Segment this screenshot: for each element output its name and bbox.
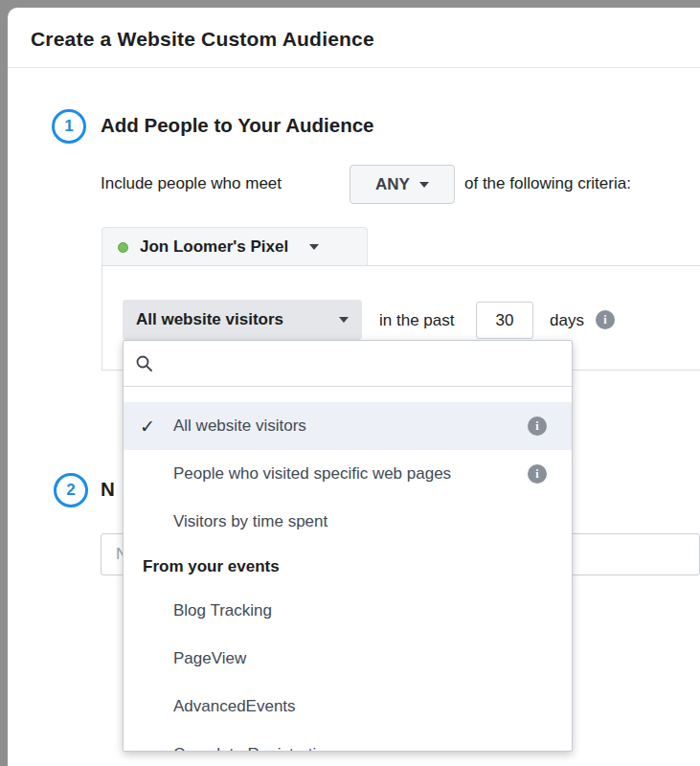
option-advancedevents[interactable]: AdvancedEvents xyxy=(124,683,572,731)
option-label: All website visitors xyxy=(173,417,306,436)
in-the-past-label: in the past xyxy=(379,311,454,330)
match-type-value: ANY xyxy=(375,175,410,194)
pixel-selector-button[interactable]: Jon Loomer's Pixel xyxy=(102,227,368,266)
event-type-dropdown-button[interactable]: All website visitors xyxy=(123,300,362,340)
option-label: PageView xyxy=(173,649,246,668)
dropdown-search-row xyxy=(124,341,572,387)
chevron-down-icon xyxy=(419,182,429,188)
check-icon: ✓ xyxy=(140,416,155,438)
dialog-title: Create a Website Custom Audience xyxy=(31,28,374,51)
option-pageview[interactable]: PageView xyxy=(124,635,572,683)
match-type-dropdown-button[interactable]: ANY xyxy=(350,165,455,204)
chevron-down-icon xyxy=(339,317,349,323)
option-label: Blog Tracking xyxy=(173,601,272,620)
step2-number-badge: 2 xyxy=(54,473,88,507)
step2-number: 2 xyxy=(66,481,75,500)
dropdown-option-list: ✓ All website visitors i People who visi… xyxy=(124,387,572,752)
retention-days-input[interactable] xyxy=(476,302,533,339)
retention-info-icon[interactable]: i xyxy=(596,310,615,329)
event-type-dropdown-menu: ✓ All website visitors i People who visi… xyxy=(123,340,573,752)
option-complete-registration[interactable]: Complete Registration xyxy=(124,731,572,752)
option-label: Visitors by time spent xyxy=(173,512,327,531)
option-specific-web-pages[interactable]: People who visited specific web pages i xyxy=(124,450,572,498)
screen-background: Create a Website Custom Audience 1 Add P… xyxy=(0,0,700,766)
option-info-icon[interactable]: i xyxy=(528,417,547,436)
chevron-down-icon xyxy=(309,244,319,250)
option-label: People who visited specific web pages xyxy=(173,464,451,484)
dropdown-section-from-your-events: From your events xyxy=(124,546,572,587)
option-all-website-visitors[interactable]: ✓ All website visitors i xyxy=(124,402,572,450)
step1-number: 1 xyxy=(64,117,73,136)
pixel-name: Jon Loomer's Pixel xyxy=(140,237,288,257)
search-icon xyxy=(135,354,154,373)
option-label: AdvancedEvents xyxy=(173,697,296,716)
create-audience-dialog: Create a Website Custom Audience 1 Add P… xyxy=(8,8,700,766)
days-unit-label: days xyxy=(550,311,584,330)
step2-heading-partial: N xyxy=(101,478,115,501)
step1-number-badge: 1 xyxy=(52,109,86,144)
include-rule-prefix: Include people who meet xyxy=(101,174,282,193)
pixel-active-status-icon xyxy=(118,242,128,253)
step1-heading: Add People to Your Audience xyxy=(101,114,374,137)
option-visitors-by-time-spent[interactable]: Visitors by time spent xyxy=(124,498,572,546)
option-info-icon[interactable]: i xyxy=(528,464,547,484)
dropdown-search-input[interactable] xyxy=(164,355,560,372)
event-type-value: All website visitors xyxy=(136,310,283,329)
option-label: Complete Registration xyxy=(173,745,334,752)
title-divider xyxy=(8,67,700,68)
option-blog-tracking[interactable]: Blog Tracking xyxy=(124,587,572,635)
include-rule-suffix: of the following criteria: xyxy=(464,174,631,193)
